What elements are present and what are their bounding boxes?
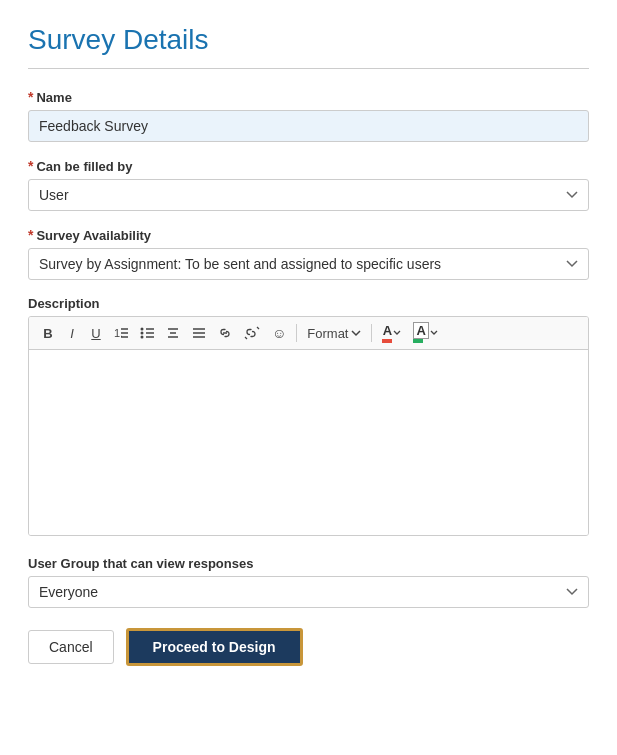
svg-rect-19 [382, 339, 392, 343]
unordered-list-icon [140, 326, 154, 340]
name-label-text: Name [36, 90, 71, 105]
availability-label: * Survey Availability [28, 227, 589, 243]
user-group-field-group: User Group that can view responses Every… [28, 556, 589, 608]
italic-button[interactable]: I [61, 322, 83, 344]
filled-by-label-text: Can be filled by [36, 159, 132, 174]
required-star-name: * [28, 89, 33, 105]
proceed-to-design-button[interactable]: Proceed to Design [126, 628, 303, 666]
emoji-button[interactable]: ☺ [267, 322, 291, 344]
font-bg-bar [413, 339, 423, 343]
filled-by-field-group: * Can be filled by User Anonymous Both [28, 158, 589, 211]
user-group-section: User Group that can view responses Every… [28, 556, 589, 666]
description-editor[interactable] [29, 350, 588, 535]
required-star-filled-by: * [28, 158, 33, 174]
name-field-group: * Name Feedback Survey [28, 89, 589, 142]
unlink-button[interactable] [239, 322, 265, 344]
align-justify-button[interactable] [187, 322, 211, 344]
bold-button[interactable]: B [37, 322, 59, 344]
ordered-list-button[interactable]: 1. [109, 322, 133, 344]
font-bg-icon: A [413, 323, 428, 343]
font-color-icon: A [382, 323, 392, 343]
font-color-bar [382, 339, 392, 343]
unlink-icon [244, 326, 260, 340]
divider [28, 68, 589, 69]
required-star-availability: * [28, 227, 33, 243]
format-dropdown-button[interactable]: Format [302, 323, 366, 344]
font-color-dropdown-icon [393, 330, 401, 336]
font-color-button[interactable]: A [377, 322, 406, 344]
link-icon [218, 326, 232, 340]
availability-field-group: * Survey Availability Survey by Assignme… [28, 227, 589, 280]
editor-toolbar: B I U 1. [29, 317, 588, 350]
user-group-label-text: User Group that can view responses [28, 556, 253, 571]
svg-line-17 [257, 327, 259, 329]
name-label: * Name [28, 89, 589, 105]
cancel-button[interactable]: Cancel [28, 630, 114, 664]
font-bg-dropdown-icon [430, 330, 438, 336]
buttons-row: Cancel Proceed to Design [28, 628, 589, 666]
user-group-select[interactable]: Everyone Admins only Specific Group [28, 576, 589, 608]
link-button[interactable] [213, 322, 237, 344]
editor-container: B I U 1. [28, 316, 589, 536]
availability-select[interactable]: Survey by Assignment: To be sent and ass… [28, 248, 589, 280]
user-group-label: User Group that can view responses [28, 556, 589, 571]
toolbar-separator-1 [296, 324, 297, 342]
description-field-group: Description B I U 1. [28, 296, 589, 536]
svg-point-5 [141, 332, 144, 335]
filled-by-select[interactable]: User Anonymous Both [28, 179, 589, 211]
filled-by-label: * Can be filled by [28, 158, 589, 174]
toolbar-separator-2 [371, 324, 372, 342]
availability-label-text: Survey Availability [36, 228, 151, 243]
underline-button[interactable]: U [85, 322, 107, 344]
align-center-icon [166, 326, 180, 340]
name-input[interactable]: Feedback Survey [28, 110, 589, 142]
description-label: Description [28, 296, 589, 311]
format-dropdown-chevron-icon [351, 330, 361, 337]
unordered-list-button[interactable] [135, 322, 159, 344]
ordered-list-icon: 1. [114, 326, 128, 340]
page-title: Survey Details [28, 24, 589, 56]
svg-rect-20 [413, 339, 423, 343]
emoji-icon: ☺ [272, 325, 286, 341]
svg-line-18 [245, 337, 247, 339]
svg-point-6 [141, 336, 144, 339]
font-bg-button[interactable]: A [408, 322, 442, 344]
format-label: Format [307, 326, 348, 341]
align-center-button[interactable] [161, 322, 185, 344]
align-justify-icon [192, 326, 206, 340]
svg-point-4 [141, 328, 144, 331]
